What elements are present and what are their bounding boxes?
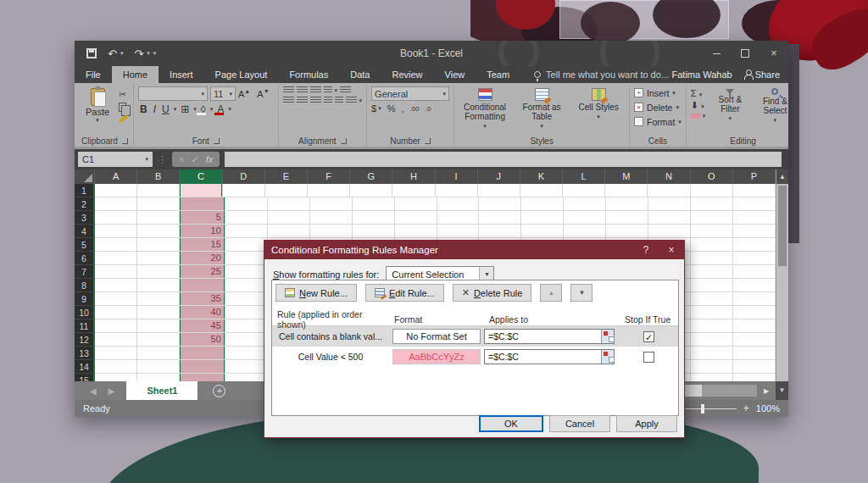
tab-file[interactable]: File — [75, 66, 112, 83]
cell-o1[interactable] — [691, 184, 733, 197]
comma-style-icon[interactable]: , — [402, 103, 404, 114]
cell-a15[interactable] — [95, 374, 137, 381]
row-header-2[interactable]: 2 — [75, 197, 95, 211]
cell-p15[interactable] — [733, 374, 776, 381]
align-left-icon[interactable] — [283, 97, 294, 104]
cell-n1[interactable] — [648, 184, 690, 197]
edit-rule-button[interactable]: Edit Rule... — [365, 284, 444, 302]
cell-b8[interactable] — [137, 279, 180, 292]
cell-o8[interactable] — [691, 279, 733, 292]
number-format-select[interactable]: General▾ — [371, 86, 449, 101]
autosum-icon[interactable]: Σ ▾ — [691, 88, 706, 98]
cell-o15[interactable] — [691, 374, 733, 381]
sheet-tab[interactable]: Sheet1 — [126, 381, 198, 400]
stop-if-true-checkbox[interactable] — [643, 331, 654, 342]
cell-f2[interactable] — [310, 197, 353, 211]
delete-rule-button[interactable]: ✕Delete Rule — [453, 284, 532, 302]
cell-o10[interactable] — [691, 306, 733, 319]
cell-b9[interactable] — [137, 292, 180, 306]
dialog-close-button[interactable]: × — [659, 241, 684, 259]
decrease-indent-icon[interactable] — [324, 97, 332, 104]
column-header-p[interactable]: P — [733, 169, 776, 184]
column-header-j[interactable]: J — [478, 169, 520, 184]
select-all-corner[interactable] — [75, 169, 95, 184]
minimize-button[interactable] — [702, 41, 731, 66]
cell-p9[interactable] — [733, 292, 776, 306]
vertical-scrollbar[interactable]: ▲ — [776, 169, 788, 381]
cell-e1[interactable] — [265, 184, 308, 197]
cell-p4[interactable] — [733, 225, 776, 238]
sort-filter-button[interactable]: Sort & Filter▾ — [709, 86, 750, 135]
zoom-in-icon[interactable]: + — [743, 402, 749, 414]
cell-c11[interactable]: 45 — [180, 319, 225, 333]
cell-l2[interactable] — [564, 197, 606, 211]
cell-g4[interactable] — [353, 225, 395, 238]
cell-c8[interactable] — [180, 279, 225, 292]
cell-c1[interactable] — [180, 184, 222, 197]
new-rule-button[interactable]: New Rule... — [275, 284, 357, 302]
cell-b6[interactable] — [137, 252, 180, 265]
cell-o4[interactable] — [691, 225, 733, 238]
column-header-e[interactable]: E — [265, 169, 308, 184]
cell-j4[interactable] — [479, 225, 521, 238]
dialog-help-button[interactable]: ? — [633, 241, 659, 259]
add-sheet-button[interactable]: + — [213, 385, 225, 397]
column-header-l[interactable]: L — [563, 169, 605, 184]
increase-decimal-icon[interactable]: .00 — [410, 105, 420, 113]
cell-k1[interactable] — [520, 184, 563, 197]
cell-styles-button[interactable]: Cell Styles▾ — [572, 86, 625, 135]
cell-c9[interactable]: 35 — [180, 292, 225, 306]
cell-a1[interactable] — [95, 184, 137, 197]
cell-a4[interactable] — [95, 225, 137, 238]
cell-d8[interactable] — [225, 279, 268, 292]
grow-font-icon[interactable]: A▲ — [238, 88, 254, 99]
cell-c12[interactable]: 50 — [180, 333, 225, 347]
row-header-9[interactable]: 9 — [75, 292, 95, 306]
cell-b10[interactable] — [137, 306, 180, 319]
wrap-text-icon[interactable] — [340, 86, 351, 94]
decrease-decimal-icon[interactable]: .0 — [426, 105, 431, 113]
align-center-icon[interactable] — [297, 97, 308, 104]
increase-indent-icon[interactable] — [335, 97, 343, 104]
copy-icon[interactable] — [119, 103, 126, 112]
cell-d5[interactable] — [225, 238, 268, 252]
cell-d11[interactable] — [225, 319, 268, 333]
cell-c4[interactable]: 10 — [180, 225, 225, 238]
close-button[interactable]: × — [760, 41, 788, 66]
number-dialog-launcher[interactable] — [425, 138, 431, 144]
range-picker-icon[interactable] — [601, 330, 614, 343]
tab-view[interactable]: View — [434, 66, 476, 83]
column-header-a[interactable]: A — [95, 169, 137, 184]
column-header-i[interactable]: I — [436, 169, 478, 184]
underline-button[interactable]: U — [160, 103, 171, 115]
cell-l4[interactable] — [564, 225, 606, 238]
move-rule-up-button[interactable]: ▲ — [540, 284, 562, 302]
tab-page-layout[interactable]: Page Layout — [204, 66, 279, 83]
ok-button[interactable]: OK — [479, 415, 543, 432]
cell-d4[interactable] — [225, 225, 268, 238]
cell-b15[interactable] — [137, 374, 180, 381]
conditional-formatting-button[interactable]: Conditional Formatting▾ — [459, 86, 511, 135]
cell-b12[interactable] — [137, 333, 180, 347]
enter-entry-icon[interactable]: ✓ — [191, 154, 198, 165]
name-box[interactable]: C1▾ — [78, 152, 153, 167]
cell-b3[interactable] — [137, 211, 180, 225]
cell-g3[interactable] — [353, 211, 395, 225]
font-size-select[interactable]: 11▾ — [210, 86, 236, 101]
align-right-icon[interactable] — [310, 97, 321, 104]
align-top-icon[interactable] — [283, 86, 294, 94]
cell-d14[interactable] — [225, 360, 268, 374]
column-header-f[interactable]: F — [308, 169, 350, 184]
cell-b4[interactable] — [137, 225, 180, 238]
tab-home[interactable]: Home — [112, 66, 159, 83]
cell-e3[interactable] — [268, 211, 310, 225]
cell-h2[interactable] — [395, 197, 437, 211]
apply-button[interactable]: Apply — [616, 415, 677, 432]
cell-a11[interactable] — [95, 319, 137, 333]
cell-a2[interactable] — [95, 197, 137, 211]
applies-to-input[interactable]: =$C:$C — [484, 329, 615, 344]
scroll-up-icon[interactable]: ▲ — [776, 169, 788, 184]
column-header-n[interactable]: N — [648, 169, 690, 184]
column-header-c[interactable]: C — [180, 169, 222, 184]
rule-row-1[interactable]: Cell Value < 500AaBbCcYyZz=$C:$C — [272, 347, 678, 367]
